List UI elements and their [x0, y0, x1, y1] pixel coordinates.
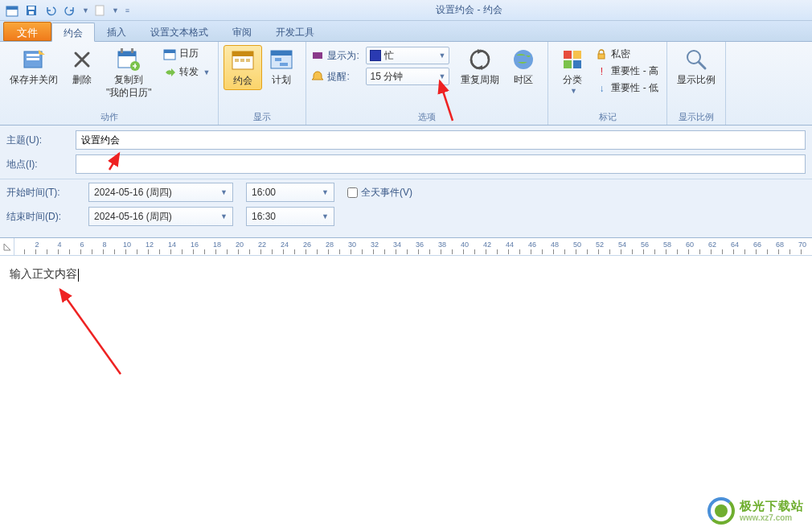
- plan-button[interactable]: 计划: [262, 45, 301, 88]
- form-divider: [0, 179, 812, 179]
- start-date-select[interactable]: 2024-05-16 (周四) ▼: [88, 183, 233, 202]
- categorize-button[interactable]: 分类 ▼: [553, 45, 592, 97]
- private-label: 私密: [611, 47, 630, 61]
- delete-button[interactable]: 删除: [63, 45, 101, 88]
- appointment-button[interactable]: 约会: [224, 45, 262, 90]
- subject-input[interactable]: [76, 130, 806, 150]
- zoom-label: 显示比例: [677, 74, 716, 87]
- importance-low-label: 重要性 - 低: [611, 81, 658, 95]
- ruler-tick: 62: [708, 241, 716, 249]
- reminder-select[interactable]: 15 分钟 ▼: [366, 68, 449, 85]
- group-options: 显示为: 忙 ▼ 提醒: 15 分钟: [306, 42, 548, 125]
- svg-rect-3: [28, 6, 35, 10]
- ruler-tick: 36: [416, 241, 424, 249]
- calendar-button[interactable]: 日历: [160, 45, 214, 62]
- qat-undo-icon[interactable]: [42, 2, 59, 19]
- busy-swatch-icon: [370, 50, 381, 61]
- show-as-icon: [311, 49, 324, 62]
- recurrence-button[interactable]: 重复周期: [456, 45, 504, 88]
- start-time-select[interactable]: 16:00 ▼: [246, 183, 334, 202]
- group-actions: 保存并关闭 删除 复制到 "我的日历" 日历: [0, 42, 219, 125]
- watermark-cn: 极光下载站: [740, 500, 804, 513]
- ruler-tick: 58: [663, 241, 671, 249]
- body-text: 输入正文内容: [10, 268, 77, 280]
- svg-rect-7: [27, 54, 39, 56]
- forward-icon: [163, 66, 176, 79]
- qat-redo-icon[interactable]: [61, 2, 79, 19]
- chevron-down-icon: ▼: [322, 212, 329, 220]
- body-editor[interactable]: 输入正文内容: [0, 256, 812, 497]
- zoom-icon: [683, 47, 709, 72]
- ruler-tick: 22: [258, 241, 266, 249]
- categorize-icon: [560, 47, 585, 72]
- plan-label: 计划: [272, 74, 291, 87]
- end-date-select[interactable]: 2024-05-16 (周四) ▼: [88, 207, 233, 226]
- show-as-label: 显示为:: [327, 49, 363, 63]
- title-bar: ▼ ▼ ≡ 设置约会 - 约会: [0, 0, 812, 21]
- qat-calendar-icon[interactable]: [3, 2, 21, 19]
- qat-save-icon[interactable]: [23, 2, 40, 19]
- importance-low-button[interactable]: ↓ 重要性 - 低: [592, 80, 662, 96]
- svg-rect-27: [564, 51, 572, 59]
- end-time-select[interactable]: 16:30 ▼: [246, 207, 334, 226]
- tab-appointment[interactable]: 约会: [51, 23, 95, 42]
- all-day-checkbox-input[interactable]: [347, 187, 358, 198]
- tab-developer[interactable]: 开发工具: [264, 22, 326, 41]
- reminder-icon: [311, 70, 324, 83]
- chevron-down-icon: ▼: [570, 87, 577, 97]
- svg-rect-30: [573, 60, 581, 68]
- show-as-select[interactable]: 忙 ▼: [366, 47, 449, 64]
- end-date-value: 2024-05-16 (周四): [94, 210, 172, 224]
- chevron-down-icon[interactable]: ▼: [203, 68, 211, 76]
- ruler-tick: 6: [80, 241, 84, 249]
- tab-insert[interactable]: 插入: [95, 22, 138, 41]
- svg-rect-22: [271, 51, 292, 56]
- svg-point-26: [514, 50, 533, 69]
- private-button[interactable]: 私密: [592, 47, 662, 62]
- tab-format[interactable]: 设置文本格式: [138, 22, 220, 41]
- ribbon-tabstrip: 文件 约会 插入 设置文本格式 审阅 开发工具: [0, 21, 812, 42]
- plan-icon: [269, 47, 294, 72]
- ruler-scale[interactable]: 2468101214161820222426283032343638404244…: [14, 240, 812, 254]
- start-date-value: 2024-05-16 (周四): [94, 186, 172, 200]
- group-show: 约会 计划 显示: [219, 42, 306, 125]
- chevron-down-icon[interactable]: ▼: [112, 6, 119, 14]
- copy-to-calendar-button[interactable]: 复制到 "我的日历": [101, 45, 157, 101]
- all-day-checkbox[interactable]: 全天事件(V): [347, 186, 412, 200]
- save-close-icon: [21, 47, 47, 72]
- svg-rect-15: [164, 50, 175, 53]
- tab-review[interactable]: 审阅: [220, 22, 264, 41]
- show-as-value: 忙: [384, 49, 394, 63]
- ruler-tick: 56: [641, 241, 649, 249]
- end-time-value: 16:30: [252, 211, 276, 222]
- calendar-icon: [163, 47, 176, 60]
- ribbon: 保存并关闭 删除 复制到 "我的日历" 日历: [0, 42, 812, 126]
- ruler-tab-selector[interactable]: [0, 238, 14, 256]
- svg-rect-20: [246, 59, 250, 62]
- tab-file[interactable]: 文件: [3, 22, 51, 41]
- forward-button[interactable]: 转发 ▼: [160, 64, 214, 80]
- reminder-value: 15 分钟: [370, 70, 403, 84]
- svg-rect-28: [573, 51, 581, 59]
- timezone-label: 时区: [514, 74, 533, 87]
- subject-label: 主题(U):: [6, 134, 76, 147]
- chevron-down-icon: ▼: [439, 72, 446, 80]
- location-input[interactable]: [76, 154, 806, 174]
- ruler-tick: 2: [35, 241, 39, 249]
- ruler-tick: 24: [281, 241, 289, 249]
- ruler-tick: 42: [483, 241, 491, 249]
- importance-high-button[interactable]: ! 重要性 - 高: [592, 64, 662, 79]
- appointment-label: 约会: [233, 75, 252, 88]
- svg-rect-24: [280, 63, 288, 66]
- recurrence-label: 重复周期: [461, 74, 499, 87]
- ruler-tick: 16: [191, 241, 199, 249]
- zoom-button[interactable]: 显示比例: [672, 45, 720, 88]
- qat-blank-icon[interactable]: [91, 2, 109, 19]
- ruler-tick: 52: [596, 241, 604, 249]
- ruler-tick: 14: [168, 241, 176, 249]
- timezone-button[interactable]: 时区: [504, 45, 543, 88]
- quick-access-toolbar: ▼ ▼ ≡: [3, 2, 129, 19]
- svg-rect-5: [96, 6, 104, 15]
- chevron-down-icon[interactable]: ▼: [82, 6, 89, 14]
- save-close-button[interactable]: 保存并关闭: [5, 45, 63, 88]
